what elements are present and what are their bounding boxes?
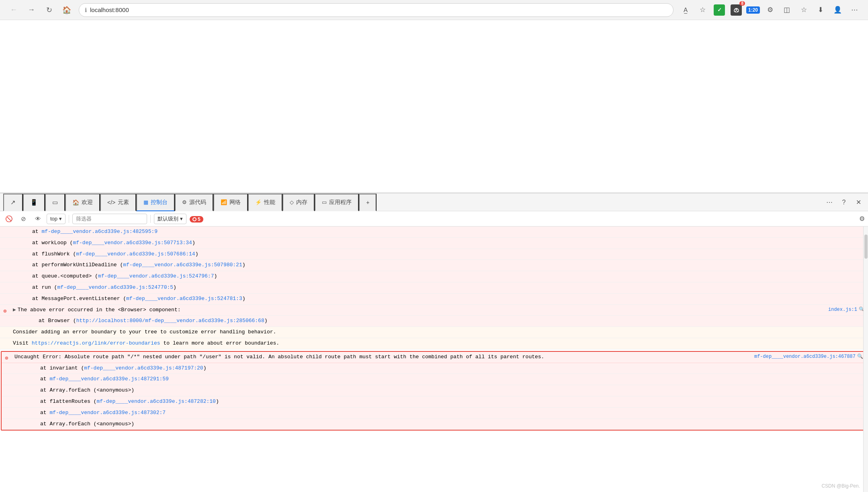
home-button[interactable]: 🏠 bbox=[59, 3, 74, 17]
filter-input[interactable] bbox=[72, 214, 147, 224]
scrollbar[interactable] bbox=[863, 227, 868, 492]
separator bbox=[69, 215, 69, 223]
log-levels-selector[interactable]: 默认级别 ▾ bbox=[154, 214, 186, 224]
stack-link[interactable]: mf-dep____vendor.a6cd339e.js:482595:9 bbox=[41, 229, 158, 235]
timer-button[interactable]: 1:20 bbox=[746, 3, 760, 17]
home-tab-icon: 🏠 bbox=[72, 199, 79, 206]
stack-link[interactable]: mf-dep____vendor.a6cd339e.js:487291:59 bbox=[49, 376, 168, 382]
nav-buttons: ← → ↻ 🏠 bbox=[6, 3, 74, 17]
tab-welcome-label: 欢迎 bbox=[82, 199, 93, 206]
tab-console[interactable]: ▦ 控制台 bbox=[136, 194, 175, 211]
line-text: The above error occurred in the <Browser… bbox=[18, 306, 822, 314]
time-badge: 1:20 bbox=[746, 6, 760, 14]
info-line2: Visit https://reactjs.org/link/error-bou… bbox=[0, 338, 868, 349]
line-text: at run (mf-dep____vendor.a6cd339e.js:524… bbox=[32, 284, 865, 292]
info-icon: ℹ bbox=[85, 7, 87, 13]
memory-icon: ◇ bbox=[290, 199, 294, 205]
stack-link[interactable]: mf-dep____vendor.a6cd339e.js:487302:7 bbox=[49, 410, 166, 416]
clear-console-button[interactable]: 🚫 bbox=[3, 213, 14, 225]
shield-badge: ✓ bbox=[714, 4, 725, 16]
error-expand-line: ⊗ ▶ The above error occurred in the <Bro… bbox=[0, 305, 868, 316]
stack-link[interactable]: mf-dep____vendor.a6cd339e.js:524770:5 bbox=[57, 284, 173, 290]
tab-network[interactable]: 📶 网络 bbox=[213, 194, 248, 211]
levels-label: 默认级别 bbox=[158, 215, 178, 223]
console-line: at flushWork (mf-dep____vendor.a6cd339e.… bbox=[0, 249, 868, 260]
shield-icon-button[interactable]: ✓ bbox=[712, 3, 727, 17]
error-icon2: ⊗ bbox=[5, 354, 8, 363]
stack-link[interactable]: mf-dep____vendor.a6cd339e.js:524796:7 bbox=[98, 273, 214, 279]
stack-link[interactable]: mf-dep____vendor.a6cd339e.js:487197:20 bbox=[84, 365, 203, 371]
more-button[interactable]: ⋯ bbox=[847, 3, 862, 17]
tab-memory[interactable]: ◇ 内存 bbox=[283, 194, 315, 211]
back-button[interactable]: ← bbox=[6, 3, 21, 17]
sub-line-text: at invariant (mf-dep____vendor.a6cd339e.… bbox=[40, 364, 863, 373]
line-text: at mf-dep____vendor.a6cd339e.js:482595:9 bbox=[32, 228, 865, 236]
info-line: Consider adding an error boundary to you… bbox=[0, 327, 868, 338]
address-bar[interactable]: ℹ localhost:8000 bbox=[79, 3, 674, 17]
collections-button[interactable]: ☆ bbox=[796, 3, 811, 17]
filter-toggle-button[interactable]: ⊘ bbox=[18, 213, 29, 225]
extension1-button[interactable]: 🐼 8 bbox=[729, 3, 743, 17]
sources-icon: ⚙ bbox=[182, 199, 187, 205]
stack-link[interactable]: http://localhost:8000/mf-dep____vendor.a… bbox=[76, 318, 264, 324]
devtools-panel: ↗ 📱 ▭ 🏠 欢迎 </> 元素 ▦ 控制台 ⚙ 源代码 📶 网络 ⚡ bbox=[0, 193, 868, 492]
help-button[interactable]: ? bbox=[837, 196, 850, 209]
download-button[interactable]: ⬇ bbox=[813, 3, 828, 17]
line-text: at Browser (http://localhost:8000/mf-dep… bbox=[39, 317, 865, 325]
tab-device[interactable]: 📱 bbox=[23, 194, 45, 211]
tab-add[interactable]: + bbox=[359, 194, 377, 211]
tab-application[interactable]: ▭ 应用程序 bbox=[315, 194, 359, 211]
stack-link[interactable]: mf-dep____vendor.a6cd339e.js:507980:21 bbox=[123, 262, 242, 268]
console-settings-button[interactable]: ⚙ bbox=[859, 215, 865, 223]
line-text: at flushWork (mf-dep____vendor.a6cd339e.… bbox=[32, 250, 865, 259]
error-badge: 5 bbox=[190, 216, 203, 223]
source-link[interactable]: index.js:1 bbox=[822, 306, 857, 314]
stack-link[interactable]: mf-dep____vendor.a6cd339e.js:487282:10 bbox=[96, 398, 215, 404]
error-icon: ⊗ bbox=[3, 307, 6, 316]
context-label: top bbox=[50, 216, 57, 222]
tab-sources[interactable]: ⚙ 源代码 bbox=[175, 194, 213, 211]
stack-link[interactable]: mf-dep____vendor.a6cd339e.js:507713:34 bbox=[73, 240, 192, 246]
close-devtools-button[interactable]: ✕ bbox=[852, 196, 865, 209]
error-sub-line: at mf-dep____vendor.a6cd339e.js:487302:7 bbox=[2, 408, 866, 419]
console-tab-icon: ▦ bbox=[143, 199, 148, 205]
panel-icon: ▭ bbox=[52, 199, 58, 206]
context-selector[interactable]: top ▾ bbox=[47, 214, 66, 224]
error-sub-line: at Array.forEach (<anonymous>) bbox=[2, 419, 866, 430]
main-error-line: ⊗ Uncaught Error: Absolute route path "/… bbox=[2, 352, 866, 363]
elements-icon: </> bbox=[107, 199, 115, 206]
tab-performance-label: 性能 bbox=[264, 199, 275, 206]
split-view-button[interactable]: ◫ bbox=[780, 3, 794, 17]
levels-dropdown-icon: ▾ bbox=[180, 216, 183, 222]
eye-button[interactable]: 👁 bbox=[32, 213, 43, 225]
tab-elements[interactable]: </> 元素 bbox=[100, 194, 136, 211]
network-icon: 📶 bbox=[221, 199, 227, 205]
scrollbar-thumb[interactable] bbox=[864, 235, 868, 259]
tab-performance[interactable]: ⚡ 性能 bbox=[248, 194, 283, 211]
console-line: at queue.<computed> (mf-dep____vendor.a6… bbox=[0, 271, 868, 282]
toolbar-icons: A̲ ☆ ✓ 🐼 8 1:20 ⚙ ◫ ☆ ⬇ 👤 ⋯ bbox=[678, 3, 862, 17]
forward-button[interactable]: → bbox=[24, 3, 39, 17]
tab-console-label: 控制台 bbox=[151, 199, 168, 206]
expand-arrow[interactable]: ▶ bbox=[13, 306, 16, 314]
error-source-link[interactable]: mf-dep____vendor.a6cd339e.js:467887 bbox=[748, 353, 856, 361]
settings-gear-button[interactable]: ⚙ bbox=[763, 3, 777, 17]
console-line: at MessagePort.eventListener (mf-dep____… bbox=[0, 294, 868, 305]
search-icon2[interactable]: 🔍 bbox=[857, 353, 863, 361]
tab-inspect[interactable]: ↗ bbox=[3, 194, 23, 211]
console-line: at Browser (http://localhost:8000/mf-dep… bbox=[0, 316, 868, 327]
refresh-button[interactable]: ↻ bbox=[42, 3, 56, 17]
reader-mode-button[interactable]: A̲ bbox=[678, 3, 693, 17]
sub-line-text: at Array.forEach (<anonymous>) bbox=[40, 420, 863, 429]
tab-welcome[interactable]: 🏠 欢迎 bbox=[65, 194, 100, 211]
more-action-button[interactable]: ⋯ bbox=[823, 196, 836, 209]
error-sub-line: at Array.forEach (<anonymous>) bbox=[2, 385, 866, 396]
tab-panel-toggle[interactable]: ▭ bbox=[45, 194, 65, 211]
dropdown-arrow-icon: ▾ bbox=[59, 216, 62, 222]
error-boundaries-link[interactable]: https://reactjs.org/link/error-boundarie… bbox=[32, 340, 160, 346]
favorite-button[interactable]: ☆ bbox=[695, 3, 710, 17]
stack-link[interactable]: mf-dep____vendor.a6cd339e.js:507686:14 bbox=[76, 251, 195, 257]
stack-link[interactable]: mf-dep____vendor.a6cd339e.js:524781:3 bbox=[126, 296, 242, 302]
profile-button[interactable]: 👤 bbox=[830, 3, 845, 17]
browser-chrome: ← → ↻ 🏠 ℹ localhost:8000 A̲ ☆ ✓ 🐼 8 1:20… bbox=[0, 0, 868, 20]
